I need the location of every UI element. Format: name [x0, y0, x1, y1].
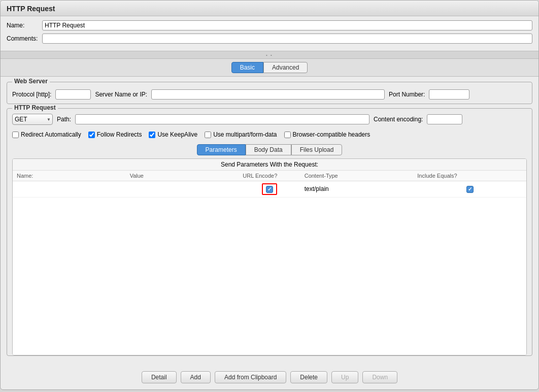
method-select[interactable]: GET POST PUT DELETE: [12, 114, 53, 125]
redirect-automatically-label: Redirect Automatically: [21, 131, 81, 138]
name-input[interactable]: [42, 20, 532, 30]
detail-button[interactable]: Detail: [142, 371, 177, 383]
main-tab-bar: Basic Advanced: [1, 59, 538, 77]
use-keepalive-label: Use KeepAlive: [157, 131, 197, 138]
checkboxes-row: Redirect Automatically Follow Redirects …: [7, 129, 532, 142]
row-content-type-cell: text/plain: [300, 181, 414, 198]
path-input[interactable]: [75, 114, 369, 124]
use-multipart-input[interactable]: [205, 132, 211, 138]
browser-compatible-label: Browser-compatible headers: [293, 131, 370, 138]
form-area: Name: Comments:: [1, 16, 538, 51]
row-include-equals-cell: [413, 181, 526, 198]
protocol-input[interactable]: [55, 89, 91, 100]
protocol-label: Protocol [http]:: [12, 91, 51, 98]
tab-basic[interactable]: Basic: [231, 62, 263, 73]
params-empty-body: [13, 198, 526, 355]
browser-compatible-input[interactable]: [284, 132, 291, 138]
sub-tab-body-data[interactable]: Body Data: [246, 144, 291, 155]
encoding-label: Content encoding:: [374, 116, 423, 123]
down-button[interactable]: Down: [362, 371, 397, 383]
port-input[interactable]: [429, 89, 469, 100]
row-value-cell: [126, 181, 239, 198]
params-header-row: Name: Value URL Encode? Content-Type Inc…: [13, 171, 526, 181]
use-keepalive-input[interactable]: [149, 132, 155, 138]
http-request-section: HTTP Request GET POST PUT DELETE ▼ Path:…: [7, 108, 532, 356]
server-input[interactable]: [151, 89, 385, 100]
title-bar: HTTP Request: [1, 1, 538, 16]
name-label: Name:: [7, 22, 42, 29]
browser-compatible-checkbox[interactable]: Browser-compatible headers: [284, 131, 370, 138]
web-server-section: Web Server Protocol [http]: Server Name …: [7, 82, 532, 104]
name-row: Name:: [7, 20, 532, 30]
follow-redirects-label: Follow Redirects: [97, 131, 142, 138]
row-url-encode-cell: [239, 181, 300, 198]
bottom-buttons: Detail Add Add from Clipboard Delete Up …: [1, 365, 538, 389]
http-request-label: HTTP Request: [12, 104, 58, 111]
row-name-cell: [13, 181, 126, 198]
redirect-automatically-input[interactable]: [12, 132, 19, 138]
follow-redirects-checkbox[interactable]: Follow Redirects: [88, 131, 142, 138]
sub-tab-parameters[interactable]: Parameters: [197, 144, 246, 155]
add-button[interactable]: Add: [181, 371, 211, 383]
table-row: text/plain: [13, 181, 526, 198]
server-label: Server Name or IP:: [95, 91, 147, 98]
col-content-type-header: Content-Type: [300, 171, 414, 181]
col-url-encode-header: URL Encode?: [239, 171, 300, 181]
follow-redirects-input[interactable]: [88, 132, 95, 138]
params-title: Send Parameters With the Request:: [13, 159, 526, 171]
content-area: Web Server Protocol [http]: Server Name …: [1, 77, 538, 365]
sub-tab-files-upload[interactable]: Files Upload: [291, 144, 343, 155]
parameters-panel: Send Parameters With the Request: Name: …: [12, 158, 527, 355]
col-include-equals-header: Include Equals?: [413, 171, 526, 181]
url-encode-highlight: [262, 183, 277, 195]
use-keepalive-checkbox[interactable]: Use KeepAlive: [149, 131, 197, 138]
up-button[interactable]: Up: [331, 371, 358, 383]
window-title: HTTP Request: [7, 5, 532, 13]
params-table: Name: Value URL Encode? Content-Type Inc…: [13, 171, 526, 198]
add-from-clipboard-button[interactable]: Add from Clipboard: [215, 371, 286, 383]
encoding-input[interactable]: [427, 114, 462, 124]
redirect-automatically-checkbox[interactable]: Redirect Automatically: [12, 131, 81, 138]
include-equals-checkbox[interactable]: [466, 186, 474, 193]
sub-tab-bar: Parameters Body Data Files Upload: [7, 142, 532, 158]
col-value-header: Value: [126, 171, 239, 181]
web-server-content: Protocol [http]: Server Name or IP: Port…: [7, 82, 532, 104]
comments-input[interactable]: [42, 34, 532, 44]
comments-label: Comments:: [7, 35, 42, 42]
resize-handle[interactable]: • •: [1, 51, 538, 59]
main-window: HTTP Request Name: Comments: • • Basic A…: [0, 0, 539, 390]
url-encode-checkbox[interactable]: [266, 186, 273, 193]
port-label: Port Number:: [389, 91, 425, 98]
web-server-label: Web Server: [12, 78, 50, 85]
use-multipart-label: Use multipart/form-data: [213, 131, 277, 138]
comments-row: Comments:: [7, 34, 532, 44]
tab-advanced[interactable]: Advanced: [263, 62, 308, 73]
path-label: Path:: [57, 116, 71, 123]
col-name-header: Name:: [13, 171, 126, 181]
use-multipart-checkbox[interactable]: Use multipart/form-data: [205, 131, 277, 138]
resize-dots: • •: [266, 53, 273, 57]
delete-button[interactable]: Delete: [290, 371, 327, 383]
http-request-content: GET POST PUT DELETE ▼ Path: Content enco…: [7, 109, 532, 129]
method-wrapper: GET POST PUT DELETE ▼: [12, 114, 53, 125]
